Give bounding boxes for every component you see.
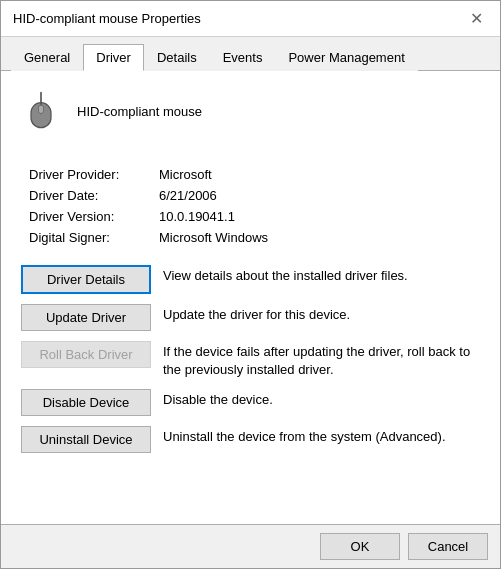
close-button[interactable]: ✕ <box>464 7 488 31</box>
info-label-provider: Driver Provider: <box>29 167 159 182</box>
info-value-signer: Microsoft Windows <box>159 230 268 245</box>
button-row-update-driver: Update Driver Update the driver for this… <box>21 304 484 331</box>
info-value-provider: Microsoft <box>159 167 212 182</box>
uninstall-device-button[interactable]: Uninstall Device <box>21 426 151 453</box>
disable-device-button[interactable]: Disable Device <box>21 389 151 416</box>
button-row-driver-details: Driver Details View details about the in… <box>21 265 484 294</box>
svg-rect-2 <box>39 105 44 113</box>
info-label-version: Driver Version: <box>29 209 159 224</box>
driver-details-button[interactable]: Driver Details <box>21 265 151 294</box>
uninstall-description: Uninstall the device from the system (Ad… <box>163 426 484 446</box>
info-row-version: Driver Version: 10.0.19041.1 <box>29 209 484 224</box>
tab-power-management[interactable]: Power Management <box>275 44 417 71</box>
footer: OK Cancel <box>1 524 500 568</box>
tab-driver[interactable]: Driver <box>83 44 144 71</box>
info-value-version: 10.0.19041.1 <box>159 209 235 224</box>
tab-content: HID-compliant mouse Driver Provider: Mic… <box>1 71 500 524</box>
title-bar: HID-compliant mouse Properties ✕ <box>1 1 500 37</box>
device-name: HID-compliant mouse <box>77 104 202 119</box>
info-table: Driver Provider: Microsoft Driver Date: … <box>29 167 484 245</box>
button-row-roll-back: Roll Back Driver If the device fails aft… <box>21 341 484 379</box>
mouse-svg-icon <box>21 91 61 131</box>
disable-description: Disable the device. <box>163 389 484 409</box>
properties-window: HID-compliant mouse Properties ✕ General… <box>0 0 501 569</box>
driver-details-description: View details about the installed driver … <box>163 265 484 285</box>
button-row-uninstall: Uninstall Device Uninstall the device fr… <box>21 426 484 453</box>
info-row-signer: Digital Signer: Microsoft Windows <box>29 230 484 245</box>
tab-general[interactable]: General <box>11 44 83 71</box>
update-driver-description: Update the driver for this device. <box>163 304 484 324</box>
info-row-date: Driver Date: 6/21/2006 <box>29 188 484 203</box>
tab-events[interactable]: Events <box>210 44 276 71</box>
tab-details[interactable]: Details <box>144 44 210 71</box>
roll-back-description: If the device fails after updating the d… <box>163 341 484 379</box>
info-label-signer: Digital Signer: <box>29 230 159 245</box>
cancel-button[interactable]: Cancel <box>408 533 488 560</box>
info-label-date: Driver Date: <box>29 188 159 203</box>
window-title: HID-compliant mouse Properties <box>13 11 201 26</box>
button-row-disable: Disable Device Disable the device. <box>21 389 484 416</box>
tab-bar: General Driver Details Events Power Mana… <box>1 37 500 71</box>
action-buttons-section: Driver Details View details about the in… <box>21 265 484 453</box>
ok-button[interactable]: OK <box>320 533 400 560</box>
device-header: HID-compliant mouse <box>17 87 484 147</box>
device-icon <box>17 87 65 135</box>
info-value-date: 6/21/2006 <box>159 188 217 203</box>
update-driver-button[interactable]: Update Driver <box>21 304 151 331</box>
roll-back-driver-button[interactable]: Roll Back Driver <box>21 341 151 368</box>
info-row-provider: Driver Provider: Microsoft <box>29 167 484 182</box>
